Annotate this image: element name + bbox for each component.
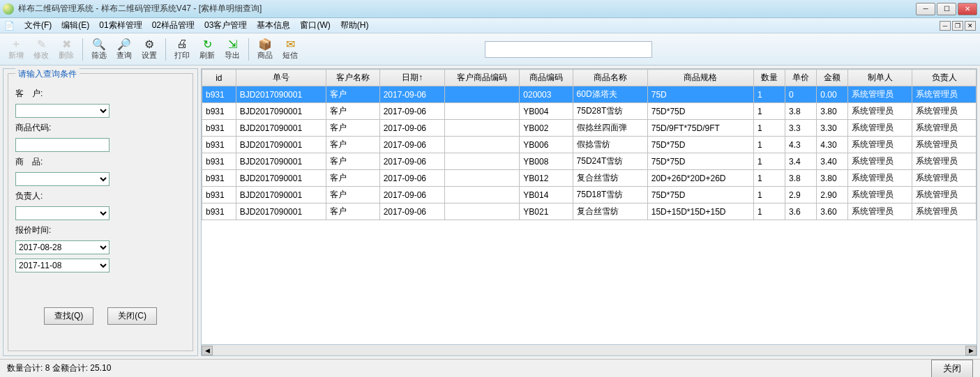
menu-window[interactable]: 窗口(W) <box>300 20 330 31</box>
cell-amt: 3.30 <box>817 120 848 137</box>
find-button[interactable]: 查找(Q) <box>44 307 93 325</box>
mdi-restore[interactable]: ❐ <box>952 21 963 31</box>
tb-filter[interactable]: 🔍筛选 <box>87 36 111 62</box>
minimize-button[interactable]: ─ <box>916 3 935 15</box>
table-row[interactable]: b931BJD2017090001客户2017-09-06YB00875D24T… <box>202 153 977 170</box>
cell-no: BJD2017090001 <box>236 86 326 103</box>
menu-m3[interactable]: 03客户管理 <box>204 20 247 31</box>
goods-select[interactable] <box>15 172 110 186</box>
tb-print[interactable]: 🖨打印 <box>170 36 194 62</box>
maximize-button[interactable]: ☐ <box>937 3 956 15</box>
scroll-left-icon[interactable]: ◀ <box>202 346 213 355</box>
tb-refresh[interactable]: ↻刷新 <box>195 36 219 62</box>
table-row[interactable]: b931BJD2017090001客户2017-09-06YB00475D28T… <box>202 103 977 120</box>
grid-header-4[interactable]: 客户商品编码 <box>445 70 520 86</box>
responsible-select[interactable] <box>15 206 110 220</box>
grid-header-8[interactable]: 数量 <box>753 70 785 86</box>
goods-code-label: 商品代码: <box>15 122 57 134</box>
cell-id: b931 <box>202 137 236 153</box>
close-panel-button[interactable]: 关闭(C) <box>107 307 157 325</box>
tb-query[interactable]: 🔎查询 <box>112 36 136 62</box>
cell-gcode: YB012 <box>520 170 573 187</box>
edit-icon: ✎ <box>35 38 47 50</box>
grid-header-2[interactable]: 客户名称 <box>326 70 379 86</box>
cell-id: b931 <box>202 86 236 103</box>
table-row[interactable]: b931BJD2017090001客户2017-09-0602000360D涤塔… <box>202 86 977 103</box>
goods-code-input[interactable] <box>15 138 110 152</box>
grid-header-5[interactable]: 商品编码 <box>520 70 573 86</box>
toolbar: ＋新增 ✎修改 ✖删除 🔍筛选 🔎查询 ⚙设置 🖨打印 ↻刷新 ⇲导出 📦商品 … <box>0 33 980 66</box>
goods-icon: 📦 <box>259 38 271 50</box>
table-row[interactable]: b931BJD2017090001客户2017-09-06YB012复合丝雪纺2… <box>202 170 977 187</box>
close-button[interactable]: ✕ <box>958 3 977 15</box>
cell-cust: 客户 <box>326 187 379 203</box>
cell-date: 2017-09-06 <box>379 170 445 187</box>
cell-ccode <box>445 187 520 203</box>
table-row[interactable]: b931BJD2017090001客户2017-09-06YB01475D18T… <box>202 187 977 203</box>
cell-cust: 客户 <box>326 203 379 220</box>
grid-header-11[interactable]: 制单人 <box>848 70 912 86</box>
cell-maker: 系统管理员 <box>848 153 912 170</box>
grid-header-0[interactable]: id <box>202 70 236 86</box>
menu-help[interactable]: 帮助(H) <box>340 20 369 31</box>
menu-m2[interactable]: 02样品管理 <box>152 20 195 31</box>
tb-sms[interactable]: ✉短信 <box>278 36 302 62</box>
cell-price: 3.3 <box>785 120 817 137</box>
cell-no: BJD2017090001 <box>236 103 326 120</box>
table-row[interactable]: b931BJD2017090001客户2017-09-06YB021复合丝雪纺1… <box>202 203 977 220</box>
h-scrollbar[interactable]: ◀ ▶ <box>201 345 977 356</box>
tb-export[interactable]: ⇲导出 <box>220 36 244 62</box>
bottom-close-button[interactable]: 关闭 <box>931 360 973 378</box>
mdi-close[interactable]: ✕ <box>965 21 976 31</box>
tb-settings[interactable]: ⚙设置 <box>137 36 161 62</box>
cell-resp: 系统管理员 <box>912 170 977 187</box>
tb-sep1 <box>82 38 83 61</box>
cell-qty: 1 <box>753 153 785 170</box>
tb-modify: ✎修改 <box>29 36 53 62</box>
cell-maker: 系统管理员 <box>848 103 912 120</box>
cell-price: 0 <box>785 86 817 103</box>
cell-spec: 75D <box>647 86 753 103</box>
tb-sep2 <box>165 38 166 61</box>
cell-cust: 客户 <box>326 120 379 137</box>
cell-cust: 客户 <box>326 153 379 170</box>
scroll-right-icon[interactable]: ▶ <box>965 346 977 355</box>
menu-file[interactable]: 文件(F) <box>24 20 52 31</box>
cell-ccode <box>445 170 520 187</box>
grid-header-7[interactable]: 商品规格 <box>647 70 753 86</box>
delete-icon: ✖ <box>60 38 73 50</box>
menu-base[interactable]: 基本信息 <box>257 20 290 31</box>
grid-header-3[interactable]: 日期↑ <box>379 70 445 86</box>
grid-header-9[interactable]: 单价 <box>785 70 817 86</box>
cell-date: 2017-09-06 <box>379 187 445 203</box>
cell-gname: 75D24T雪纺 <box>573 153 647 170</box>
customer-select[interactable] <box>15 104 110 118</box>
date-from-select[interactable]: 2017-08-28 <box>15 240 110 254</box>
cell-resp: 系统管理员 <box>912 153 977 170</box>
cell-date: 2017-09-06 <box>379 86 445 103</box>
cell-amt: 2.90 <box>817 187 848 203</box>
cell-gcode: YB002 <box>520 120 573 137</box>
mdi-minimize[interactable]: ─ <box>940 21 951 31</box>
cell-gname: 60D涤塔夫 <box>573 86 647 103</box>
table-row[interactable]: b931BJD2017090001客户2017-09-06YB002假捻丝四面弹… <box>202 120 977 137</box>
cell-qty: 1 <box>753 103 785 120</box>
grid-wrap[interactable]: id单号客户名称日期↑客户商品编码商品编码商品名称商品规格数量单价金额制单人负责… <box>201 68 977 345</box>
filter-icon: 🔍 <box>93 38 105 50</box>
cell-ccode <box>445 203 520 220</box>
date-to-select[interactable]: 2017-11-08 <box>15 259 110 272</box>
cell-date: 2017-09-06 <box>379 120 445 137</box>
grid-header-1[interactable]: 单号 <box>236 70 326 86</box>
cell-resp: 系统管理员 <box>912 187 977 203</box>
menu-m1[interactable]: 01索样管理 <box>99 20 142 31</box>
responsible-label: 负责人: <box>15 190 57 202</box>
grid-header-10[interactable]: 金额 <box>817 70 848 86</box>
grid-header-12[interactable]: 负责人 <box>912 70 977 86</box>
cell-maker: 系统管理员 <box>848 86 912 103</box>
tb-goods[interactable]: 📦商品 <box>253 36 277 62</box>
table-row[interactable]: b931BJD2017090001客户2017-09-06YB006假捻雪纺75… <box>202 137 977 153</box>
cell-qty: 1 <box>753 203 785 220</box>
cell-gcode: 020003 <box>520 86 573 103</box>
menu-edit[interactable]: 编辑(E) <box>61 20 89 31</box>
grid-header-6[interactable]: 商品名称 <box>573 70 647 86</box>
